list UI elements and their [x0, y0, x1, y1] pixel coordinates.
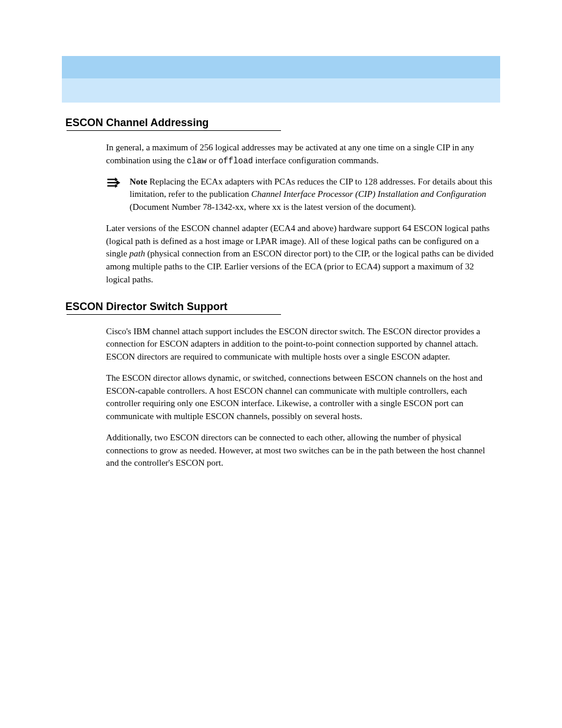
paragraph: Later versions of the ESCON channel adap…	[106, 222, 494, 286]
command-text: claw	[187, 156, 207, 166]
section-heading-escon-addressing: ESCON Channel Addressing	[65, 117, 500, 129]
emphasis: path	[130, 249, 146, 258]
heading-underline	[67, 130, 281, 131]
publication-title: Channel Interface Processor (CIP) Instal…	[252, 189, 487, 199]
paragraph: Additionally, two ESCON directors can be…	[106, 431, 494, 470]
heading-underline	[67, 314, 281, 315]
header-bar-dark	[62, 56, 500, 78]
text: (physical connection from an ESCON direc…	[106, 249, 494, 284]
paragraph: Cisco's IBM channel attach support inclu…	[106, 325, 494, 364]
note-arrow-icon	[106, 177, 124, 191]
header-bar-light	[62, 78, 500, 103]
paragraph: The ESCON director allows dynamic, or sw…	[106, 372, 494, 423]
paragraph: In general, a maximum of 256 logical add…	[106, 141, 494, 167]
note-block: Note Replacing the ECAx adapters with PC…	[106, 176, 494, 214]
note-text: Note Replacing the ECAx adapters with PC…	[130, 176, 494, 214]
note-label: Note	[130, 177, 147, 186]
text: (Document Number 78-1342-xx, where xx is…	[130, 202, 416, 212]
text: interface configuration commands.	[253, 156, 379, 165]
section-heading-escon-director: ESCON Director Switch Support	[65, 301, 500, 313]
command-text: offload	[219, 156, 253, 166]
text: or	[207, 156, 219, 165]
